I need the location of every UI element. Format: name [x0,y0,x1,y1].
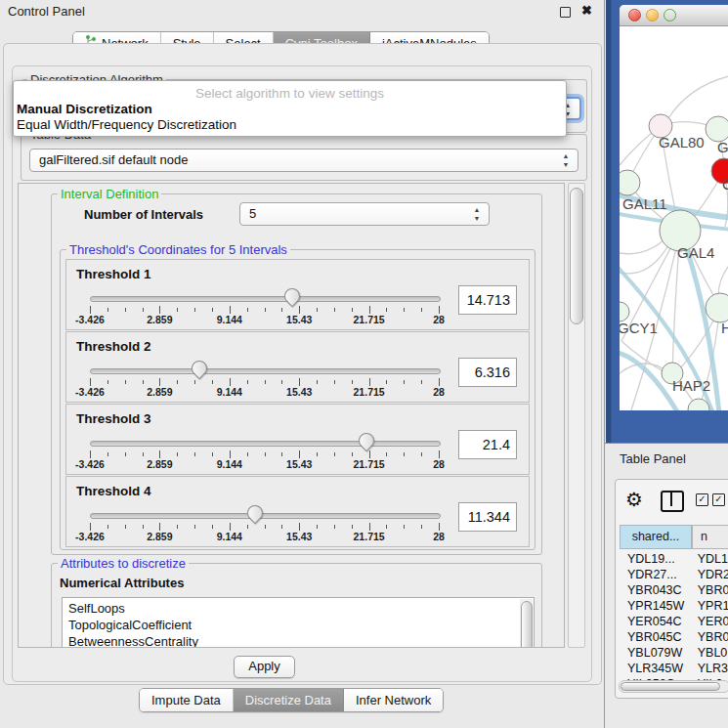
slider-handle[interactable] [243,502,266,525]
table-horizontal-scrollbar[interactable] [619,680,728,693]
screen: Control Panel ✖ Network Style Select Cyn… [0,0,728,728]
slider-handle[interactable] [356,430,378,452]
table-cell[interactable]: YPR145W [620,598,693,614]
list-scrollbar[interactable] [520,599,533,648]
panel-scrollbar-thumb[interactable] [570,188,583,324]
network-node-label: HAP2 [672,377,710,394]
table-cell[interactable]: YER0 [693,614,728,629]
table-row[interactable]: YPR145WYPR1 [620,598,728,614]
dropdown-placeholder: Select algorithm to view settings [14,86,566,101]
apply-button[interactable]: Apply [234,656,295,678]
thresholds-group-label: Threshold's Coordinates for 5 Intervals [66,242,290,257]
slider-handle[interactable] [188,358,210,380]
threshold-3-value[interactable]: 21.4 [458,430,517,459]
numerical-attributes-label: Numerical Attributes [60,576,184,590]
network-node-label: GA [717,139,728,155]
table-cell[interactable]: YPR1 [693,598,728,614]
tick-label: -3.426 [75,458,105,470]
tick-label: 28 [433,314,445,325]
tick-label: 2.859 [147,386,172,398]
control-panel: Control Panel ✖ Network Style Select Cyn… [0,0,605,728]
table-cell[interactable]: YDR27... [620,567,693,582]
zoom-traffic-light-icon[interactable] [664,9,676,21]
network-node-label: GAL11 [622,195,667,212]
slider-track[interactable] [90,441,441,447]
table-row[interactable]: YDL19...YDL1 [620,551,728,567]
table-row[interactable]: YBR045CYBR0 [620,629,728,645]
network-window-frame: GAL80GACGAL11GAL4GCY1HHAP2 [606,0,728,443]
attribute-list-item[interactable]: TopologicalCoefficient [63,617,518,633]
tick-label: -3.426 [75,314,105,325]
threshold-4-row: Threshold 4 -3.4262.8599.14415.4321.7152… [65,476,530,547]
threshold-1-value[interactable]: 14.713 [458,285,517,315]
slider-track[interactable] [90,368,441,374]
dropdown-option-manual-discretization[interactable]: Manual Discretization [17,102,152,116]
tab-impute-data[interactable]: Impute Data [140,689,234,711]
thresholds-group: Threshold's Coordinates for 5 Intervals … [60,249,535,550]
threshold-2-value[interactable]: 6.316 [458,358,517,387]
table-scrollbar-thumb[interactable] [621,682,720,691]
panel-scrollbar[interactable] [568,183,585,648]
network-node-label: H [721,320,728,336]
interval-definition-group: Interval Definition Number of Intervals … [51,193,542,555]
table-data-combobox[interactable]: galFiltered.sif default node ▲▼ [29,149,578,172]
table-cell[interactable]: YDR2 [693,567,728,582]
table-cell[interactable]: YDL19... [620,551,693,567]
tick-label: 9.144 [217,531,242,542]
network-canvas[interactable]: GAL80GACGAL11GAL4GCY1HHAP2 [620,26,728,410]
close-icon[interactable]: ✖ [581,3,592,18]
table-cell[interactable]: YBR045C [620,629,693,645]
table-cell[interactable]: YBR0 [693,582,728,598]
tick-label: 2.859 [147,314,172,325]
attribute-list-item[interactable]: SelfLoops [63,600,518,617]
table-cell[interactable]: YBL0 [693,645,728,661]
network-window-titlebar[interactable] [620,5,728,26]
dropdown-option-equal-width-frequency[interactable]: Equal Width/Frequency Discretization [17,117,236,132]
table-row[interactable]: YDR27...YDR2 [620,567,728,582]
number-of-intervals-combobox[interactable]: 5 ▲▼ [239,202,490,226]
checkbox-icon[interactable]: ✓ [696,493,708,506]
tick-label: 9.144 [217,458,242,470]
network-node[interactable] [620,302,629,321]
gear-icon[interactable]: ⚙ [625,488,643,511]
tick-label: -3.426 [75,531,105,542]
tick-label: -3.426 [75,386,105,398]
table-panel-title: Table Panel [620,451,686,466]
tick-label: 15.43 [286,458,312,470]
close-traffic-light-icon[interactable] [628,9,641,21]
column-header-name[interactable]: n [692,525,728,549]
table-cell[interactable]: YER054C [620,614,693,629]
tab-infer-network[interactable]: Infer Network [344,689,443,711]
slider-track[interactable] [90,513,441,519]
interval-definition-label: Interval Definition [58,187,161,201]
table-row[interactable]: YBL079WYBL0 [620,645,728,661]
slider-track[interactable] [90,296,441,302]
table-cell[interactable]: YDL1 [693,551,728,567]
table-cell[interactable]: YLR3 [693,661,728,676]
network-node[interactable] [620,170,640,195]
control-panel-titlebar: Control Panel ✖ [0,0,604,23]
tick-label: 28 [433,531,445,542]
table-cell[interactable]: YBR0 [693,629,728,645]
tab-discretize-data[interactable]: Discretize Data [234,689,344,711]
slider-handle[interactable] [281,285,304,308]
columns-icon[interactable] [661,491,684,512]
attribute-list-item[interactable]: BetweennessCentrality [63,633,518,648]
network-node[interactable] [706,293,728,322]
cyni-toolbox-panel: Discretization Algorithm ▲▼ Table Data g… [3,43,602,685]
column-header-shared-name[interactable]: shared... [620,525,692,549]
discretize-data-panel: Discretization Algorithm ▲▼ Table Data g… [12,65,592,682]
table-row[interactable]: YER054CYER0 [620,614,728,629]
minimize-traffic-light-icon[interactable] [646,9,659,21]
threshold-4-value[interactable]: 11.344 [458,502,517,532]
table-cell[interactable]: YLR345W [620,661,693,676]
table-row[interactable]: YLR345WYLR3 [620,661,728,676]
float-window-icon[interactable] [560,7,571,18]
table-cell[interactable]: YBL079W [620,645,693,661]
table-row[interactable]: YBR043CYBR0 [620,582,728,598]
list-scrollbar-thumb[interactable] [521,601,533,648]
table-cell[interactable]: YBR043C [620,582,693,598]
tick-label: 9.144 [217,386,242,398]
tick-label: 15.43 [286,386,312,398]
checkbox-icon[interactable]: ✓ [712,493,725,506]
